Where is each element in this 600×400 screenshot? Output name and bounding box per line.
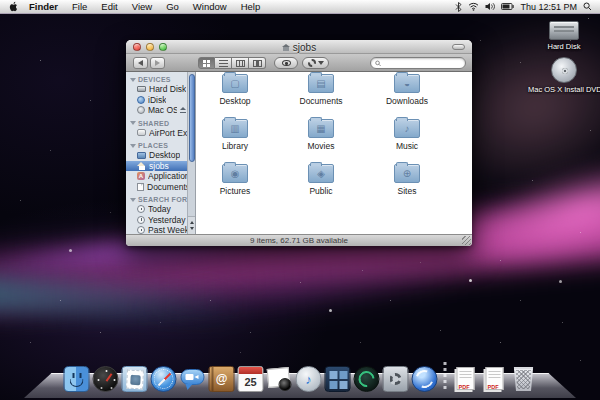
disclosure-triangle-icon[interactable] <box>130 198 136 202</box>
ichat-dock-icon[interactable] <box>180 366 206 392</box>
menu-finder[interactable]: Finder <box>29 1 65 12</box>
desktop-icon-install-dvd[interactable]: Mac OS X Install DVD <box>528 57 600 94</box>
disclosure-triangle-icon[interactable] <box>130 144 136 148</box>
folder-downloads[interactable]: ◒Downloads <box>364 74 450 106</box>
sidebar-item-applications[interactable]: AApplications <box>126 171 188 182</box>
spaces-dock-icon[interactable] <box>325 366 351 392</box>
folder-music[interactable]: ♪Music <box>364 119 450 151</box>
sidebar-section-places[interactable]: PLACES <box>126 141 188 150</box>
menu-bar-clock[interactable]: Thu 12:51 PM <box>520 2 577 12</box>
clock-icon <box>137 226 145 234</box>
sidebar-item-idisk[interactable]: iDisk <box>126 95 188 106</box>
ical-dock-icon[interactable]: 25 <box>238 366 264 392</box>
folder-contents: ▢Desktop ▤Documents ◒Downloads ▥Library … <box>196 72 472 234</box>
pictures-emblem-icon: ◉ <box>223 165 247 182</box>
sidebar-item-today[interactable]: Today <box>126 204 188 215</box>
time-machine-dock-icon[interactable] <box>354 366 380 392</box>
bluetooth-icon[interactable] <box>455 2 462 12</box>
folder-public[interactable]: ◈Public <box>278 164 364 196</box>
sidebar-section-search-for[interactable]: SEARCH FOR <box>126 195 188 204</box>
sidebar-item-desktop[interactable]: Desktop <box>126 150 188 161</box>
sidebar-item-sjobs[interactable]: sjobs <box>126 161 196 172</box>
safari-dock-icon[interactable] <box>151 366 177 392</box>
folder-sites[interactable]: ⊕Sites <box>364 164 450 196</box>
iphoto-dock-icon[interactable] <box>267 366 293 392</box>
window-title-text: sjobs <box>293 42 316 53</box>
gear-icon <box>390 373 402 385</box>
dvd-disc-icon <box>137 106 145 114</box>
folder-icon: ▤ <box>308 74 334 93</box>
menu-window[interactable]: Window <box>186 1 234 12</box>
disclosure-triangle-icon[interactable] <box>130 78 136 82</box>
airport-base-station-icon <box>137 129 146 136</box>
sidebar-item-airport-extreme[interactable]: AirPort Extreme <box>126 128 188 139</box>
forward-button[interactable] <box>150 57 165 69</box>
install-dvd-label: Mac OS X Install DVD <box>528 85 600 94</box>
search-field[interactable] <box>370 57 466 69</box>
list-view-icon <box>219 60 228 67</box>
apple-menu-icon[interactable] <box>8 1 19 12</box>
folder-desktop[interactable]: ▢Desktop <box>192 74 278 106</box>
menu-bar-left: Finder File Edit View Go Window Help <box>0 1 267 12</box>
address-book-dock-icon[interactable]: @ <box>209 366 235 392</box>
aurora-teal-band <box>0 275 301 327</box>
search-input[interactable] <box>383 58 461 68</box>
eye-icon <box>282 60 291 66</box>
sidebar-section-devices[interactable]: DEVICES <box>126 75 188 84</box>
desktop-icon-hard-disk[interactable]: Hard Disk <box>534 21 594 51</box>
folder-icon: ▢ <box>222 74 248 93</box>
folder-library[interactable]: ▥Library <box>192 119 278 151</box>
clock-icon <box>137 205 145 213</box>
menu-go[interactable]: Go <box>159 1 186 12</box>
sidebar-item-past-week[interactable]: Past Week <box>126 225 188 234</box>
quick-look-button[interactable] <box>274 57 298 69</box>
library-emblem-icon: ▥ <box>223 120 247 137</box>
documents-stack-dock-icon[interactable]: PDF <box>453 366 479 392</box>
sidebar-item-hard-disk[interactable]: Hard Disk <box>126 84 188 95</box>
column-view-button[interactable] <box>232 57 249 69</box>
menu-file[interactable]: File <box>65 1 94 12</box>
system-preferences-dock-icon[interactable] <box>383 366 409 392</box>
wifi-icon[interactable] <box>468 2 479 11</box>
sidebar-section-shared[interactable]: SHARED <box>126 119 188 128</box>
volume-icon[interactable] <box>485 2 495 11</box>
home-folder-icon <box>282 44 290 51</box>
folder-icon: ⊕ <box>394 164 420 183</box>
sidebar-item-install-dvd[interactable]: Mac OS X I... <box>126 105 188 116</box>
disclosure-triangle-icon[interactable] <box>130 121 136 125</box>
folder-documents[interactable]: ▤Documents <box>278 74 364 106</box>
scroll-down-icon[interactable] <box>190 227 194 230</box>
coverflow-view-button[interactable] <box>249 57 266 69</box>
menu-edit[interactable]: Edit <box>94 1 124 12</box>
scroll-up-icon[interactable] <box>190 221 194 224</box>
dashboard-dock-icon[interactable] <box>93 366 119 392</box>
view-mode-control <box>198 57 266 69</box>
sidebar-item-documents[interactable]: Documents <box>126 182 188 193</box>
folder-movies[interactable]: ▦Movies <box>278 119 364 151</box>
title-bar[interactable]: sjobs <box>126 40 472 54</box>
trash-dock-icon[interactable] <box>511 366 537 392</box>
icon-view-button[interactable] <box>198 57 215 69</box>
battery-icon[interactable] <box>501 3 514 10</box>
finder-dock-icon[interactable] <box>64 366 90 392</box>
spotlight-icon[interactable] <box>583 2 592 11</box>
mail-dock-icon[interactable] <box>122 366 148 392</box>
itunes-dock-icon[interactable]: ♪ <box>296 366 322 392</box>
resize-grip[interactable] <box>462 236 471 245</box>
back-button[interactable] <box>133 57 148 69</box>
downloads-stack-dock-icon[interactable]: PDF <box>482 366 508 392</box>
toolbar-toggle-button[interactable] <box>452 44 465 50</box>
back-arrow-icon <box>138 60 143 66</box>
toolbar <box>126 54 472 72</box>
folder-pictures[interactable]: ◉Pictures <box>192 164 278 196</box>
eject-icon[interactable] <box>180 107 184 113</box>
action-menu-button[interactable] <box>302 57 329 69</box>
software-update-dock-icon[interactable] <box>412 366 438 392</box>
menu-view[interactable]: View <box>125 1 159 12</box>
aurora-violet-band <box>119 251 482 334</box>
hard-disk-icon <box>137 86 146 92</box>
sidebar-item-yesterday[interactable]: Yesterday <box>126 215 188 226</box>
list-view-button[interactable] <box>215 57 232 69</box>
folder-icon: ▥ <box>222 119 248 138</box>
menu-help[interactable]: Help <box>234 1 268 12</box>
